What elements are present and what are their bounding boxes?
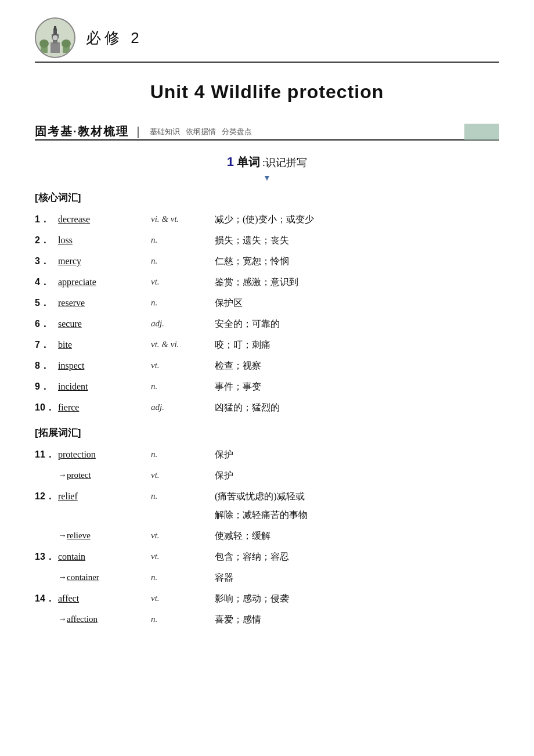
vocab-def: 保护区 [215,293,499,314]
vocab-pos: n. [151,376,215,397]
arrow-word: protect [67,470,91,480]
arrow-word-cell: →protect [58,465,151,486]
vocab-pos: adj. [151,314,215,334]
section-bar: 固考基·教材梳理 ｜ 基础知识 依纲据情 分类盘点 [35,124,499,141]
vocab-row: 5． reserve n. 保护区 [35,293,499,314]
sub-item-2: 依纲据情 [186,127,216,137]
arrow-row: →protect vt. 保护 [35,465,499,486]
arrow-empty [35,465,58,486]
expand-category-label: [拓展词汇] [35,426,499,440]
section-bar-title: 固考基·教材梳理 [35,124,129,139]
vocab-heading: 1 单词 :识记拼写 [35,154,499,170]
vocab-word: mercy [58,251,151,272]
vocab-pos: n. [151,230,215,251]
vocab-def: (痛苦或忧虑的)减轻或解除；减轻痛苦的事物 [215,486,499,525]
vocab-num: 12． [35,486,58,525]
vocab-num: 7． [35,334,58,355]
vocab-num: 13． [35,546,58,567]
svg-point-8 [39,39,49,48]
vocab-pos: n. [151,444,215,465]
expand-vocab-table: 11． protection n. 保护 →protect vt. 保护 12．… [35,444,499,630]
vocab-word: decrease [58,209,151,230]
vocab-pos: vt. [151,546,215,567]
arrow-word-cell: →affection [58,609,151,630]
vocab-pos: vt. & vi. [151,334,215,355]
vocab-num: 14． [35,588,58,609]
vocab-num: 8． [35,355,58,376]
vocab-def: 鉴赏；感激；意识到 [215,272,499,293]
arrow-def: 喜爱；感情 [215,609,499,630]
arrow-pos: vt. [151,465,215,486]
vocab-row: 4． appreciate vt. 鉴赏；感激；意识到 [35,272,499,293]
arrow-pos: n. [151,567,215,588]
vocab-rest: :识记拼写 [262,157,307,168]
vocab-num: 10． [35,397,58,418]
vocab-pos: n. [151,293,215,314]
vocab-word: secure [58,314,151,334]
arrow-empty [35,609,58,630]
arrow-row: →affection n. 喜爱；感情 [35,609,499,630]
vocab-word: reserve [58,293,151,314]
vocab-def: 损失；遗失；丧失 [215,230,499,251]
header: 必修 2 [0,0,534,58]
vocab-word: protection [58,444,151,465]
sub-item-3: 分类盘点 [222,127,252,137]
vocab-row: 8． inspect vt. 检查；视察 [35,355,499,376]
vocab-pos: vt. [151,272,215,293]
svg-rect-0 [50,42,60,53]
arrow-word-cell: →container [58,567,151,588]
vocab-row: 2． loss n. 损失；遗失；丧失 [35,230,499,251]
vocab-def: 减少；(使)变小；或变少 [215,209,499,230]
vocab-def: 事件；事变 [215,376,499,397]
arrow-word: affection [67,614,98,624]
arrow-icon: → [58,530,67,540]
arrow-icon: → [58,572,67,582]
vocab-num: 3． [35,251,58,272]
arrow-word: container [67,573,99,582]
vocab-word: fierce [58,397,151,418]
section-bar-main: 固考基·教材梳理 ｜ 基础知识 依纲据情 分类盘点 [35,124,464,139]
triangle-indicator: ▼ [35,174,499,183]
expand-vocab-row: 13． contain vt. 包含；容纳；容忍 [35,546,499,567]
vocab-pos: vt. [151,588,215,609]
header-title: 必修 2 [86,28,143,48]
vocab-row: 7． bite vt. & vi. 咬；叮；刺痛 [35,334,499,355]
arrow-pos: vt. [151,525,215,546]
vocab-def: 凶猛的；猛烈的 [215,397,499,418]
arrow-def: 容器 [215,567,499,588]
vocab-pos: n. [151,486,215,525]
vocab-word: loss [58,230,151,251]
vocab-num: 4． [35,272,58,293]
section-bar-sub: 基础知识 依纲据情 分类盘点 [150,127,252,137]
vocab-word: inspect [58,355,151,376]
arrow-def: 保护 [215,465,499,486]
arrow-icon: → [58,614,67,624]
unit-title: Unit 4 Wildlife protection [0,63,534,107]
section-pipe: ｜ [132,124,144,139]
vocab-num: 1． [35,209,58,230]
svg-rect-4 [54,26,56,30]
arrow-word-cell: →relieve [58,525,151,546]
vocab-num: 5． [35,293,58,314]
arrow-row: →container n. 容器 [35,567,499,588]
vocab-pos: vt. [151,355,215,376]
vocab-word: relief [58,486,151,525]
section-bar-right-block [464,124,499,140]
vocab-def: 安全的；可靠的 [215,314,499,334]
vocab-row: 3． mercy n. 仁慈；宽恕；怜悯 [35,251,499,272]
expand-vocab-row: 12． relief n. (痛苦或忧虑的)减轻或解除；减轻痛苦的事物 [35,486,499,525]
vocab-num: 9． [35,376,58,397]
vocab-row: 9． incident n. 事件；事变 [35,376,499,397]
vocab-def: 包含；容纳；容忍 [215,546,499,567]
expand-vocab-row: 11． protection n. 保护 [35,444,499,465]
vocab-pos: vi. & vt. [151,209,215,230]
vocab-def: 影响；感动；侵袭 [215,588,499,609]
vocab-num: 6． [35,314,58,334]
header-logo [35,17,75,58]
vocab-num: 11． [35,444,58,465]
vocab-num: 2． [35,230,58,251]
vocab-def: 保护 [215,444,499,465]
core-category-label: [核心词汇] [35,191,499,204]
vocab-word: bite [58,334,151,355]
sub-item-1: 基础知识 [150,127,180,137]
